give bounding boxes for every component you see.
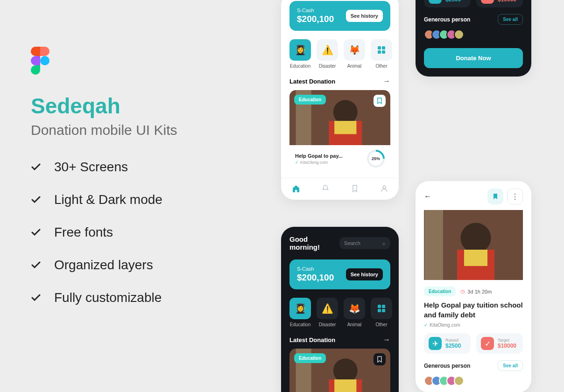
- svg-rect-17: [378, 309, 381, 312]
- category-label: Disaster: [317, 63, 338, 69]
- svg-point-9: [383, 186, 386, 189]
- bookmark-tab-icon[interactable]: [350, 184, 360, 193]
- svg-rect-15: [378, 305, 381, 308]
- avatar: [454, 376, 464, 386]
- category-label: Other: [371, 63, 392, 69]
- category-icon: 🦊: [344, 298, 365, 319]
- category-label: Disaster: [317, 322, 338, 327]
- product-title: Sedeqah: [31, 93, 236, 119]
- donation-card[interactable]: Education: [289, 349, 390, 392]
- see-all-button[interactable]: See all: [498, 14, 523, 25]
- feature-item: Fully customizable: [31, 290, 236, 305]
- feature-item: Organized layers: [31, 258, 236, 273]
- check-icon: [31, 227, 41, 238]
- scash-label: S-Cash: [297, 266, 334, 272]
- category-item[interactable]: ⚠️Disaster: [317, 39, 338, 69]
- donation-card-title: Help Gopal to pay...: [295, 153, 343, 159]
- phone-mock-detail-light: ← ⋮ Education ◷3d 1h 20m Help Gopal pay …: [416, 181, 531, 392]
- category-item[interactable]: 👩‍🎓Education: [289, 298, 311, 327]
- arrow-right-icon[interactable]: →: [383, 77, 390, 85]
- feature-text: Free fonts: [54, 225, 113, 240]
- category-icon: ⚠️: [317, 39, 338, 61]
- education-tag: Education: [294, 95, 326, 105]
- donation-card[interactable]: Education Help Gopal to pay... ✓KitaOlen…: [289, 90, 390, 172]
- scash-card: S-Cash $200,100 See history: [289, 259, 390, 289]
- category-item[interactable]: 👩‍🎓Education: [289, 39, 311, 69]
- phone-mock-home-dark: Good morning! Search⌕ S-Cash $200,100 Se…: [281, 227, 399, 392]
- see-history-button[interactable]: See history: [346, 268, 383, 280]
- search-input[interactable]: Search⌕: [339, 237, 390, 249]
- bell-tab-icon[interactable]: [321, 184, 330, 193]
- bottom-tab-bar: [281, 178, 399, 200]
- raised-stat: ✈ Raised$2500: [424, 333, 471, 354]
- check-icon: [31, 293, 41, 303]
- feature-text: 30+ Screens: [54, 160, 128, 175]
- latest-donation-heading: Latest Donation: [289, 336, 335, 343]
- scash-card: S-Cash $200,100 See history: [289, 1, 390, 31]
- category-icon: [371, 39, 392, 61]
- svg-rect-18: [382, 309, 385, 312]
- donation-card-source: ✓KitaOleng.com: [295, 160, 343, 165]
- target-stat: ✓ Target$10000: [476, 0, 523, 7]
- category-item[interactable]: Other: [371, 298, 392, 327]
- check-icon: ✓: [481, 337, 494, 350]
- see-all-button[interactable]: See all: [498, 360, 523, 371]
- more-button[interactable]: ⋮: [507, 189, 523, 204]
- category-icon: ⚠️: [317, 298, 338, 319]
- category-item[interactable]: 🦊Animal: [344, 39, 365, 69]
- category-icon: 👩‍🎓: [289, 298, 311, 319]
- target-stat: ✓ Target$10000: [476, 333, 523, 354]
- category-icon: 🦊: [344, 39, 365, 61]
- donate-now-button[interactable]: Donate Now: [424, 48, 523, 68]
- svg-rect-3: [382, 50, 385, 54]
- category-label: Animal: [344, 322, 365, 327]
- svg-point-25: [461, 223, 491, 253]
- bookmark-button[interactable]: [487, 189, 503, 204]
- home-tab-icon[interactable]: [291, 184, 301, 193]
- send-icon: ✈: [429, 337, 442, 350]
- svg-rect-27: [464, 250, 487, 266]
- check-icon: [31, 162, 41, 172]
- generous-heading: Generous person: [424, 363, 470, 369]
- detail-title: Help Gopal pay tuition school and family…: [424, 300, 523, 320]
- category-item[interactable]: 🦊Animal: [344, 298, 365, 327]
- category-item[interactable]: Other: [371, 39, 392, 69]
- svg-rect-16: [382, 305, 385, 308]
- detail-source: ✓KitaOleng.com: [424, 322, 523, 328]
- category-label: Education: [289, 63, 311, 69]
- raised-stat: ✈ Raised$2500: [424, 0, 471, 7]
- detail-hero-image: [424, 210, 523, 280]
- svg-rect-1: [382, 46, 385, 49]
- greeting-text: Good morning!: [289, 235, 339, 251]
- scash-amount: $200,100: [297, 273, 334, 283]
- svg-rect-22: [334, 379, 356, 392]
- progress-ring: 25%: [363, 146, 388, 171]
- latest-donation-heading: Latest Donation: [289, 78, 335, 85]
- product-subtitle: Donation mobile UI Kits: [31, 122, 236, 138]
- category-item[interactable]: ⚠️Disaster: [317, 298, 338, 327]
- education-tag: Education: [294, 353, 326, 363]
- bookmark-icon[interactable]: [374, 95, 386, 107]
- check-icon: [31, 260, 41, 270]
- see-history-button[interactable]: See history: [346, 10, 383, 22]
- feature-text: Fully customizable: [54, 290, 162, 305]
- figma-logo-icon: [31, 47, 49, 75]
- back-button[interactable]: ←: [424, 192, 431, 201]
- category-icon: 👩‍🎓: [289, 39, 311, 61]
- send-icon: ✈: [429, 0, 442, 4]
- svg-rect-28: [424, 210, 443, 280]
- svg-point-5: [333, 100, 358, 124]
- phone-mock-detail-dark: ← ⋮ Education ◷3d 1h 20m Help Gopal pay …: [416, 0, 531, 77]
- category-icon: [371, 298, 392, 319]
- check-icon: ✓: [481, 0, 494, 4]
- arrow-right-icon[interactable]: →: [383, 336, 390, 344]
- feature-item: Light & Dark mode: [31, 192, 236, 207]
- phone-mock-home-light: S-Cash $200,100 See history 👩‍🎓Education…: [281, 0, 399, 200]
- feature-item: Free fonts: [31, 225, 236, 240]
- scash-amount: $200,100: [297, 14, 334, 24]
- profile-tab-icon[interactable]: [380, 184, 389, 193]
- bookmark-icon[interactable]: [374, 353, 386, 365]
- education-tag: Education: [424, 287, 456, 296]
- svg-point-20: [333, 358, 358, 383]
- feature-text: Organized layers: [54, 258, 153, 273]
